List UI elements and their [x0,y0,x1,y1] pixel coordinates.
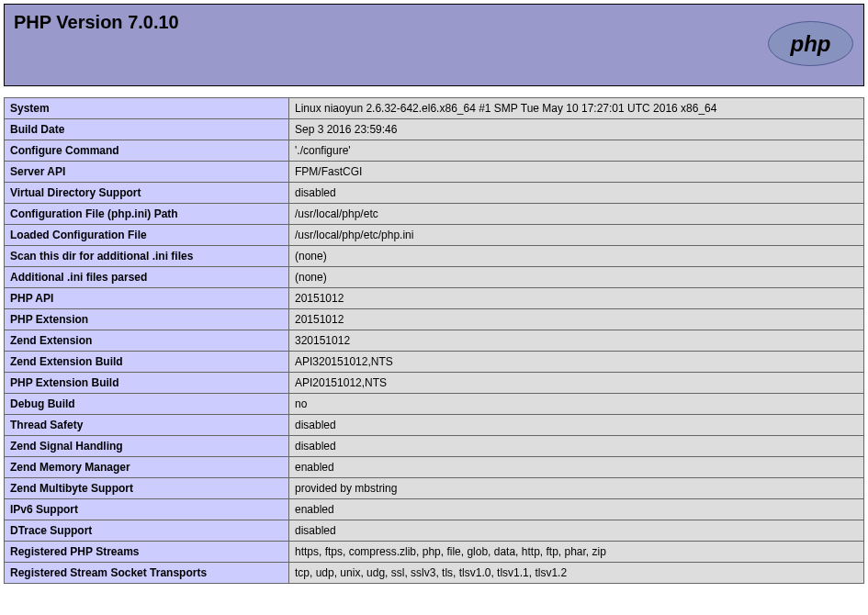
row-value: 320151012 [289,330,864,352]
table-row: Thread Safetydisabled [5,415,864,436]
row-label: Registered Stream Socket Transports [5,563,289,584]
row-label: Zend Extension Build [5,352,289,373]
row-label: DTrace Support [5,520,289,542]
table-row: Configure Command'./configure' [5,140,864,162]
row-value: Sep 3 2016 23:59:46 [289,119,864,140]
row-value: enabled [289,499,864,520]
row-value: tcp, udp, unix, udg, ssl, sslv3, tls, tl… [289,563,864,584]
row-value: FPM/FastCGI [289,162,864,183]
row-label: IPv6 Support [5,499,289,520]
row-value: enabled [289,457,864,478]
row-label: Additional .ini files parsed [5,267,289,288]
row-value: Linux niaoyun 2.6.32-642.el6.x86_64 #1 S… [289,98,864,119]
row-label: PHP API [5,288,289,309]
row-label: Build Date [5,119,289,140]
row-label: Zend Memory Manager [5,457,289,478]
row-label: Loaded Configuration File [5,225,289,246]
row-value: disabled [289,436,864,457]
row-label: Scan this dir for additional .ini files [5,246,289,267]
row-value: /usr/local/php/etc [289,204,864,225]
row-label: PHP Extension [5,309,289,330]
table-row: Loaded Configuration File/usr/local/php/… [5,225,864,246]
table-row: Scan this dir for additional .ini files(… [5,246,864,267]
table-row: Zend Signal Handlingdisabled [5,436,864,457]
row-label: System [5,98,289,119]
table-row: PHP API20151012 [5,288,864,309]
page-header: PHP Version 7.0.10 php [4,4,864,86]
table-row: PHP Extension20151012 [5,309,864,330]
row-label: PHP Extension Build [5,373,289,394]
table-row: Build DateSep 3 2016 23:59:46 [5,119,864,140]
table-row: Configuration File (php.ini) Path/usr/lo… [5,204,864,225]
table-row: Virtual Directory Supportdisabled [5,183,864,204]
row-label: Zend Extension [5,330,289,352]
table-row: PHP Extension BuildAPI20151012,NTS [5,373,864,394]
page-title: PHP Version 7.0.10 [14,12,854,33]
row-value: disabled [289,520,864,542]
table-row: Zend Memory Managerenabled [5,457,864,478]
row-label: Registered PHP Streams [5,542,289,563]
row-value: (none) [289,246,864,267]
row-value: provided by mbstring [289,478,864,499]
row-label: Debug Build [5,394,289,415]
table-row: DTrace Supportdisabled [5,520,864,542]
row-label: Thread Safety [5,415,289,436]
svg-text:php: php [790,31,831,56]
table-row: Server APIFPM/FastCGI [5,162,864,183]
row-value: 20151012 [289,309,864,330]
info-table: SystemLinux niaoyun 2.6.32-642.el6.x86_6… [4,97,864,584]
row-value: https, ftps, compress.zlib, php, file, g… [289,542,864,563]
row-value: (none) [289,267,864,288]
row-label: Server API [5,162,289,183]
row-value: './configure' [289,140,864,162]
table-row: Registered Stream Socket Transportstcp, … [5,563,864,584]
php-logo-icon: php [767,21,854,70]
row-value: /usr/local/php/etc/php.ini [289,225,864,246]
row-label: Configure Command [5,140,289,162]
row-value: API20151012,NTS [289,373,864,394]
row-label: Zend Signal Handling [5,436,289,457]
table-row: Zend Extension BuildAPI320151012,NTS [5,352,864,373]
table-row: Registered PHP Streamshttps, ftps, compr… [5,542,864,563]
table-row: Debug Buildno [5,394,864,415]
table-row: Additional .ini files parsed(none) [5,267,864,288]
row-value: disabled [289,415,864,436]
row-label: Zend Multibyte Support [5,478,289,499]
row-label: Virtual Directory Support [5,183,289,204]
table-row: SystemLinux niaoyun 2.6.32-642.el6.x86_6… [5,98,864,119]
table-row: Zend Extension320151012 [5,330,864,352]
row-label: Configuration File (php.ini) Path [5,204,289,225]
row-value: 20151012 [289,288,864,309]
row-value: disabled [289,183,864,204]
row-value: no [289,394,864,415]
row-value: API320151012,NTS [289,352,864,373]
table-row: IPv6 Supportenabled [5,499,864,520]
table-row: Zend Multibyte Supportprovided by mbstri… [5,478,864,499]
